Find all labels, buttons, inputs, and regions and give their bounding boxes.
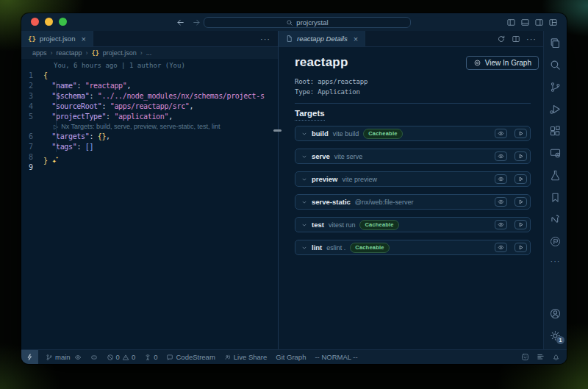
nx-console-icon[interactable] — [549, 213, 562, 226]
eye-icon — [498, 221, 504, 228]
toggle-sidebar-left-icon[interactable] — [506, 18, 516, 27]
vim-mode-item[interactable]: -- NORMAL -- — [310, 353, 362, 361]
target-run-button[interactable] — [514, 129, 527, 138]
zoom-window-button[interactable] — [59, 18, 67, 26]
code-line[interactable]: 6 "targets": {}, — [21, 132, 278, 142]
tab-reactapp-details[interactable]: reactapp Details × — [279, 31, 365, 46]
target-name: serve — [312, 152, 330, 160]
target-inspect-button[interactable] — [495, 129, 507, 138]
source-control-icon[interactable] — [549, 81, 562, 93]
line-text: "targets": {}, — [43, 132, 110, 142]
editor-group-sash[interactable] — [278, 31, 279, 349]
line-number: 7 — [21, 142, 43, 152]
target-run-button[interactable] — [514, 220, 527, 229]
breadcrumb-apps[interactable]: apps — [32, 49, 47, 57]
code-line[interactable]: 4 "sourceRoot": "apps/reactapp/src", — [21, 101, 278, 112]
target-row-build[interactable]: buildvite buildCacheable — [295, 126, 531, 141]
target-name: test — [312, 221, 324, 229]
code-line[interactable]: 8} ✦ — [21, 152, 278, 163]
remote-indicator[interactable] — [21, 350, 38, 364]
target-name: build — [312, 129, 329, 138]
vim-mode-label: -- NORMAL -- — [315, 353, 357, 361]
settings-gear-icon[interactable]: 1 — [549, 329, 562, 342]
target-inspect-button[interactable] — [495, 220, 507, 229]
target-row-test[interactable]: testvitest runCacheable — [295, 217, 531, 232]
code-line[interactable]: 2 "name": "reactapp", — [21, 81, 278, 91]
notifications-item[interactable] — [548, 353, 564, 361]
files-icon[interactable] — [549, 37, 562, 49]
code-line[interactable]: 3 "$schema": "../../node_modules/nx/sche… — [21, 91, 278, 101]
feedback-item[interactable] — [517, 353, 533, 361]
breadcrumb-more[interactable]: ... — [146, 49, 152, 57]
nx-targets-codelens[interactable]: ▷Nx Targets: build, serve, preview, serv… — [21, 122, 278, 132]
split-editor-icon[interactable] — [512, 35, 520, 43]
eye-icon — [498, 176, 504, 182]
close-tab-icon[interactable]: × — [81, 35, 85, 43]
minimize-window-button[interactable] — [45, 18, 53, 26]
bookmarks-icon[interactable] — [549, 191, 562, 204]
code-line[interactable]: 5 "projectType": "application", — [21, 112, 278, 122]
left-group-more-actions[interactable]: ··· — [253, 31, 278, 46]
scrollbar-thumb[interactable] — [273, 129, 282, 132]
live-share-icon — [224, 354, 232, 361]
account-icon[interactable] — [549, 307, 562, 320]
ports-item[interactable]: 0 — [140, 353, 162, 361]
target-row-preview[interactable]: previewvite preview — [295, 171, 531, 187]
target-row-serve-static[interactable]: serve-static@nx/web:file-server — [295, 194, 531, 210]
codestream-item[interactable]: CodeStream — [162, 353, 219, 361]
code-editor[interactable]: You, 6 hours ago | 1 author (You) 1{2 "n… — [21, 59, 278, 349]
tab-project-json[interactable]: {} project.json × — [21, 31, 93, 46]
copilot-status-item[interactable] — [86, 354, 102, 361]
git-graph-item[interactable]: Git Graph — [271, 353, 310, 361]
code-line[interactable]: 1{ — [21, 71, 278, 81]
target-inspect-button[interactable] — [495, 243, 507, 252]
more-views-icon[interactable]: ··· — [551, 257, 561, 265]
codestream-icon[interactable] — [549, 235, 562, 248]
breadcrumb-project-json[interactable]: project.json — [103, 49, 137, 57]
chevron-down-icon — [301, 176, 307, 182]
remote-explorer-icon[interactable] — [549, 147, 562, 160]
code-line[interactable]: 7 "tags": [] — [21, 142, 278, 152]
test-beaker-icon[interactable] — [549, 169, 562, 182]
line-text: "$schema": "../../node_modules/nx/schema… — [43, 91, 265, 101]
prettier-item[interactable] — [533, 353, 548, 361]
target-run-button[interactable] — [514, 197, 527, 207]
more-actions-icon[interactable]: ··· — [526, 35, 537, 43]
target-inspect-button[interactable] — [495, 197, 507, 207]
target-run-button[interactable] — [514, 243, 527, 252]
code-token: "application" — [114, 113, 168, 121]
go-back-icon[interactable] — [176, 18, 185, 27]
target-name: lint — [312, 243, 322, 251]
target-row-lint[interactable]: linteslint .Cacheable — [295, 240, 531, 255]
toggle-panel-icon[interactable] — [520, 18, 530, 27]
close-tab-icon[interactable]: × — [354, 35, 358, 43]
line-text: "projectType": "application", — [43, 112, 173, 122]
codestream-glyph — [549, 235, 562, 248]
extensions-icon[interactable] — [549, 125, 562, 138]
target-command: vite serve — [334, 153, 363, 160]
git-branch-item[interactable]: main — [41, 353, 86, 361]
customize-layout-icon[interactable] — [548, 18, 558, 27]
view-in-graph-button[interactable]: View In Graph — [466, 56, 539, 70]
line-text: "tags": [] — [43, 142, 93, 152]
go-forward-icon[interactable] — [192, 18, 201, 27]
search-icon[interactable] — [549, 59, 562, 71]
run-debug-glyph — [549, 103, 562, 115]
breadcrumb-reactapp[interactable]: reactapp — [57, 49, 82, 57]
command-center-search[interactable]: projcrystal — [204, 17, 411, 28]
target-inspect-button[interactable] — [495, 151, 507, 161]
toggle-sidebar-right-icon[interactable] — [534, 18, 544, 27]
target-run-button[interactable] — [514, 174, 527, 184]
target-inspect-button[interactable] — [495, 174, 507, 184]
play-icon — [517, 199, 524, 205]
code-line[interactable]: 9 — [21, 163, 278, 173]
code-token: "sourceRoot" — [51, 102, 101, 110]
target-row-serve[interactable]: servevite serve — [295, 149, 531, 164]
run-debug-icon[interactable] — [549, 103, 562, 115]
project-meta: Root: apps/reactapp Type: Application — [295, 76, 541, 97]
problems-item[interactable]: 0 0 — [102, 353, 140, 361]
refresh-icon[interactable] — [497, 35, 506, 43]
close-window-button[interactable] — [31, 18, 39, 26]
target-run-button[interactable] — [514, 151, 527, 161]
live-share-item[interactable]: Live Share — [220, 353, 271, 361]
